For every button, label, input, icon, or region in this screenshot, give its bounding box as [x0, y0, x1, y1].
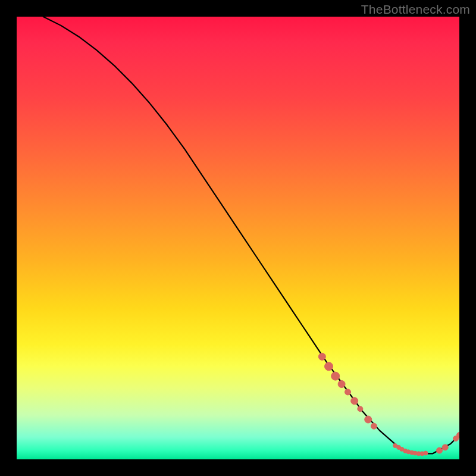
curve-marker: [442, 444, 448, 450]
watermark-label: TheBottleneck.com: [361, 2, 470, 17]
marker-group: [318, 353, 459, 455]
curve-marker: [424, 451, 428, 455]
curve-marker: [437, 447, 443, 453]
bottleneck-curve-line: [43, 17, 459, 453]
curve-marker: [351, 397, 358, 405]
curve-marker: [318, 353, 325, 360]
chart-svg: [17, 17, 459, 459]
curve-marker: [338, 381, 345, 388]
curve-marker: [325, 362, 333, 371]
curve-marker: [345, 389, 351, 395]
curve-marker: [457, 433, 460, 438]
chart-plot-area: [17, 17, 459, 459]
curve-marker: [365, 416, 372, 423]
curve-marker: [358, 406, 363, 412]
curve-marker: [331, 372, 340, 380]
curve-marker: [371, 423, 377, 429]
